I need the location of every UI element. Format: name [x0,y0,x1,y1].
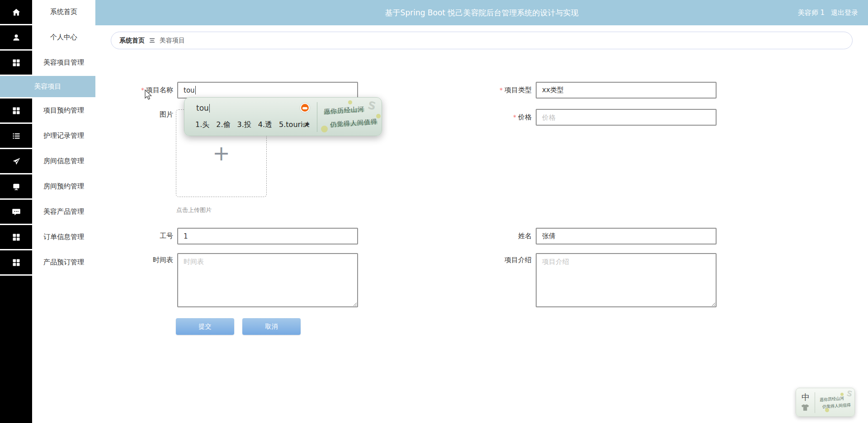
schedule-label: 时间表 [99,254,173,266]
send-icon [0,149,32,173]
sidebar-item-product-booking[interactable]: 产品预订管理 [0,250,95,276]
monitor-icon [0,174,32,198]
ime-divider [317,102,317,132]
price-label: *价格 [458,109,532,126]
sidebar-item-label: 系统首页 [32,0,95,24]
image-label: 图片 [99,109,173,119]
project-name-label: *项目名称 [99,82,173,99]
skin-dot [348,100,352,104]
ime-prev-page-icon[interactable]: ◀ [301,121,305,127]
cancel-button[interactable]: 取消 [242,318,301,335]
sidebar-item-label: 产品预订管理 [32,250,95,274]
current-user: 美容师 1 [798,9,825,17]
project-type-input[interactable] [536,82,717,99]
sidebar-item-label: 美容项目管理 [32,51,95,75]
skin-dot [376,114,381,118]
ime-skin-logo: S [367,99,377,113]
grid-icon [0,99,32,122]
sidebar-filler [0,276,32,423]
name-label: 姓名 [458,228,532,244]
sidebar-item-label: 个人中心 [32,25,95,49]
ime-mode-indicator[interactable]: 中 [802,392,810,403]
sidebar-item-beauty-products[interactable]: 美容产品管理 [0,200,95,225]
status-skin-logo: S [846,389,854,399]
ime-caret [209,104,210,113]
skin-dot [825,408,829,412]
breadcrumb-separator-icon [149,38,155,43]
ime-candidate[interactable]: 1.头 [195,120,209,130]
name-input[interactable] [536,228,717,244]
ime-candidate[interactable]: 2.偷 [216,120,230,130]
sidebar-item-project-booking[interactable]: 项目预约管理 [0,99,95,124]
breadcrumb-current: 美容项目 [160,37,185,45]
ime-skin-text-2: 仍觉得人间值得 [330,118,378,129]
sidebar-item-label: 项目预约管理 [32,99,95,122]
main-content: 系统首页 美容项目 *项目名称 tou *项目类型 *价格 图片 + 点击上传图… [95,25,868,423]
grid-icon [0,51,32,75]
project-name-input[interactable]: tou [177,82,358,99]
sidebar-item-room-booking[interactable]: 房间预约管理 [0,174,95,200]
project-type-label: *项目类型 [458,82,532,99]
sidebar-item-room-info[interactable]: 房间信息管理 [0,149,95,174]
breadcrumb: 系统首页 美容项目 [111,32,853,49]
chat-icon [0,200,32,224]
schedule-textarea[interactable] [177,253,358,307]
text-caret [195,86,196,94]
ime-skin-shirt-icon[interactable] [801,404,810,412]
intro-textarea[interactable] [536,253,717,307]
skin-dot [840,393,844,396]
price-input[interactable] [536,109,717,126]
ime-status-bar[interactable]: 中 愿你历经山河 仍觉得人间值得 S [796,388,855,417]
sidebar-item-label: 房间信息管理 [32,149,95,173]
sidebar: 系统首页 个人中心 美容项目管理 美容项目 项目预约管理 护理记录管理 [0,0,95,423]
sidebar-item-beauty-project-mgmt[interactable]: 美容项目管理 [0,51,95,76]
app-root: 系统首页 个人中心 美容项目管理 美容项目 项目预约管理 护理记录管理 [0,0,868,423]
grid-icon [0,250,32,274]
sidebar-item-order-info[interactable]: 订单信息管理 [0,225,95,250]
plus-icon: + [212,143,230,164]
sidebar-item-care-records[interactable]: 护理记录管理 [0,124,95,149]
sidebar-item-label: 订单信息管理 [32,225,95,249]
sidebar-item-label: 护理记录管理 [32,124,95,148]
status-skin-text-1: 愿你历经山河 [820,395,844,403]
job-no-input[interactable] [177,228,358,244]
upload-hint: 点击上传图片 [176,206,212,214]
ime-candidate[interactable]: 3.投 [237,120,251,130]
ime-logo-icon[interactable] [300,103,310,113]
ime-candidate-window[interactable]: tou 1.头 2.偷 3.投 4.透 5.tourist ◀▶ 愿你历经山河 … [184,97,382,136]
sidebar-item-beauty-project-active[interactable]: 美容项目 [0,76,95,97]
ime-skin-text-1: 愿你历经山河 [323,105,364,116]
page-title: 基于Spring Boot 悦己美容院后台管理系统的设计与实现 [95,8,868,18]
home-icon [0,0,32,24]
intro-label: 项目介绍 [458,254,532,266]
ime-composition: tou [196,103,210,113]
logout-link[interactable]: 退出登录 [831,9,858,17]
submit-button[interactable]: 提交 [176,318,234,335]
ime-candidate[interactable]: 4.透 [258,120,272,130]
user-icon [0,25,32,49]
top-header: 基于Spring Boot 悦己美容院后台管理系统的设计与实现 美容师 1 退出… [95,0,868,25]
grid-icon [0,225,32,249]
skin-dot [321,126,328,132]
list-icon [0,124,32,148]
status-divider [815,392,815,413]
sidebar-item-label: 美容产品管理 [32,200,95,224]
sidebar-item-label: 房间预约管理 [32,174,95,198]
sidebar-item-profile[interactable]: 个人中心 [0,25,95,51]
ime-next-page-icon[interactable]: ▶ [306,121,309,127]
breadcrumb-home[interactable]: 系统首页 [119,37,145,45]
sidebar-item-home[interactable]: 系统首页 [0,0,95,25]
job-no-label: 工号 [99,228,173,244]
